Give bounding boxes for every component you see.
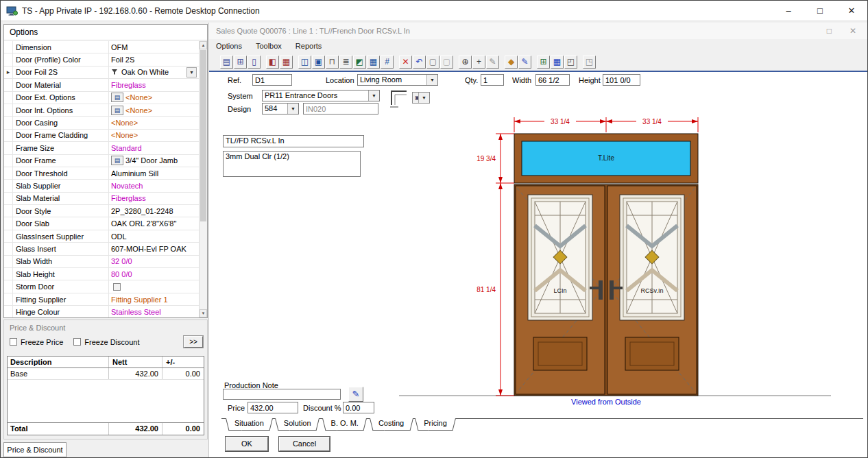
option-value[interactable] [109, 280, 199, 292]
option-row[interactable]: Door Int. Options ▤ <None> [4, 104, 199, 117]
option-value[interactable]: Novatech [109, 180, 199, 191]
cancel-button[interactable]: Cancel [279, 437, 330, 451]
quote-maximize-icon[interactable]: □ [827, 26, 832, 36]
tab-solution[interactable]: Solution [275, 418, 320, 430]
glazing-description-box[interactable]: 3mm Dual Clr (1/2) [223, 151, 361, 177]
frame-option-dropdown[interactable]: ▣ ▼ [412, 92, 430, 104]
copy-line-icon[interactable]: ◧ [266, 56, 279, 69]
storm-door-checkbox[interactable] [113, 283, 121, 291]
option-value[interactable]: <None> [109, 130, 199, 141]
line-detail-icon[interactable]: ▤ [220, 56, 233, 69]
maximize-icon[interactable]: □ [804, 1, 836, 21]
option-row[interactable]: Glass Insert 607-MOH-Evl FP OAK [4, 243, 199, 255]
edit-note-icon[interactable]: ✎ [348, 387, 363, 402]
option-row[interactable]: Slab Width 32 0/0 [4, 256, 199, 268]
grid-view-icon[interactable]: ⊞ [234, 56, 247, 69]
window-design-icon[interactable]: ▣ [312, 56, 325, 69]
option-value[interactable]: ODL [109, 230, 199, 242]
option-row[interactable]: Door (Profile) Color Foil 2S [4, 53, 199, 66]
spec-list-icon[interactable]: ≣ [339, 56, 352, 69]
design-select[interactable]: 584 ▼ [262, 103, 299, 114]
option-row[interactable]: Door Slab OAK ORL 2'8"X6'8" [4, 217, 199, 230]
option-value[interactable]: Foil 2S [109, 53, 199, 65]
height-input[interactable] [603, 74, 640, 86]
freeze-price-checkbox[interactable] [10, 338, 17, 346]
option-value[interactable]: OFM [109, 41, 199, 53]
option-value[interactable]: Fibreglass [109, 79, 199, 91]
selection-icon[interactable]: ▢ [426, 56, 439, 69]
option-value[interactable]: ▤ 3/4" Door Jamb [109, 155, 199, 167]
option-value[interactable]: ▤ <None> [109, 92, 199, 104]
option-row[interactable]: Door Ext. Options ▤ <None> [4, 92, 199, 104]
ok-button[interactable]: OK [226, 437, 268, 451]
option-row[interactable]: GlassInsert Supplier ODL [4, 230, 199, 243]
table-row[interactable]: Base 432.00 0.00 [8, 368, 204, 380]
delete-icon[interactable]: ✕ [399, 56, 412, 69]
catalog-icon[interactable]: ▤ [111, 93, 123, 102]
option-row[interactable]: Storm Door [4, 280, 199, 293]
undo-icon[interactable]: ↶ [413, 56, 426, 69]
option-row[interactable]: Hinge Colour Stainless Steel [4, 306, 199, 317]
system-select[interactable]: PR11 Entrance Doors ▼ [262, 90, 380, 101]
option-row[interactable]: Door Frame ▤ 3/4" Door Jamb [4, 155, 199, 167]
option-value[interactable]: 2P_3280_01-2248 [109, 205, 199, 217]
option-value[interactable]: Oak On White ▼ [109, 67, 199, 78]
price-input[interactable] [248, 402, 298, 413]
minimize-icon[interactable]: – [773, 1, 804, 21]
menu-toolbox[interactable]: Toolbox [256, 42, 282, 50]
line-table-icon[interactable]: ▦ [280, 56, 293, 69]
chevron-down-icon[interactable]: ▼ [368, 91, 379, 101]
option-row[interactable]: Slab Material Fiberglass [4, 193, 199, 205]
option-value[interactable]: OAK ORL 2'8"X6'8" [109, 217, 199, 229]
elevation-view-icon[interactable]: ▯ [248, 56, 261, 69]
options-scrollbar[interactable]: ▲ ▼ [199, 41, 207, 317]
option-row[interactable]: Fitting Supplier Fitting Supplier 1 [4, 293, 199, 306]
hardware-icon[interactable]: ⊓ [326, 56, 339, 69]
colour-options-icon[interactable]: ◆ [505, 56, 518, 69]
option-value[interactable]: 80 0/0 [109, 268, 199, 280]
pen-icon[interactable]: ✎ [518, 56, 531, 69]
option-value[interactable]: 607-MOH-Evl FP OAK [109, 243, 199, 254]
option-row[interactable]: Slab Height 80 0/0 [4, 268, 199, 280]
option-value[interactable]: ▤ <None> [109, 104, 199, 116]
quote-close-icon[interactable]: ✕ [849, 26, 856, 36]
location-select[interactable]: Living Room ▼ [357, 74, 438, 86]
tab-pricing[interactable]: Pricing [415, 418, 456, 430]
menu-options[interactable]: Options [216, 42, 242, 50]
width-input[interactable] [535, 74, 570, 86]
option-value[interactable]: 32 0/0 [109, 256, 199, 267]
option-value[interactable]: Standard [109, 142, 199, 154]
mullion-grid-icon[interactable]: # [381, 56, 394, 69]
option-value[interactable]: Fiberglass [109, 193, 199, 204]
chevron-down-icon[interactable]: ▼ [426, 75, 437, 85]
price-discount-tab[interactable]: Price & Discount [3, 442, 67, 457]
chevron-down-icon[interactable]: ▼ [287, 104, 298, 114]
tab-bom[interactable]: B. O. M. [322, 418, 367, 430]
export-table-icon[interactable]: ⊞ [537, 56, 550, 69]
picture-frame-icon[interactable]: ◰ [564, 56, 577, 69]
option-value[interactable]: Aluminium Sill [109, 167, 199, 179]
door-design-icon[interactable]: ◫ [298, 56, 311, 69]
option-value[interactable]: <None> [109, 117, 199, 128]
frame-config-icon[interactable]: ◳ [583, 56, 596, 69]
option-row[interactable]: Dimension OFM [4, 41, 199, 53]
annotate-icon[interactable]: ✎ [486, 56, 499, 69]
option-row[interactable]: Door Material Fibreglass [4, 79, 199, 91]
option-value[interactable]: Fitting Supplier 1 [109, 293, 199, 305]
ref-input[interactable] [252, 74, 292, 86]
option-row[interactable]: Door Casing <None> [4, 117, 199, 129]
catalog-icon[interactable]: ▤ [111, 156, 123, 165]
discount-input[interactable] [343, 402, 374, 413]
close-icon[interactable]: ✕ [836, 1, 867, 21]
description-line-box[interactable]: TL//FD RCSv.L In [223, 135, 364, 147]
chevron-down-icon[interactable]: ▼ [418, 93, 429, 103]
option-row[interactable]: Door Threshold Aluminium Sill [4, 167, 199, 180]
tab-costing[interactable]: Costing [370, 418, 413, 430]
option-row[interactable]: ▸ Door Foil 2S Oak On White ▼ [4, 67, 199, 79]
option-row[interactable]: Door Style 2P_3280_01-2248 [4, 205, 199, 217]
option-row[interactable]: Frame Size Standard [4, 142, 199, 154]
scroll-up-icon[interactable]: ▲ [200, 41, 207, 49]
zoom-icon[interactable]: ⊕ [459, 56, 472, 69]
selection-alt-icon[interactable]: ▢ [440, 56, 453, 69]
option-row[interactable]: Slab Supplier Novatech [4, 180, 199, 192]
